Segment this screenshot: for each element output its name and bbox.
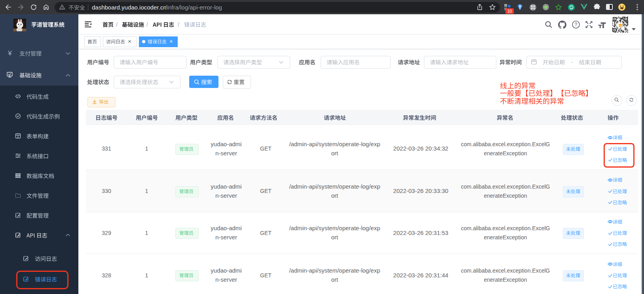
svg-text:?: ? (575, 22, 578, 27)
svg-text:¥: ¥ (8, 50, 12, 56)
